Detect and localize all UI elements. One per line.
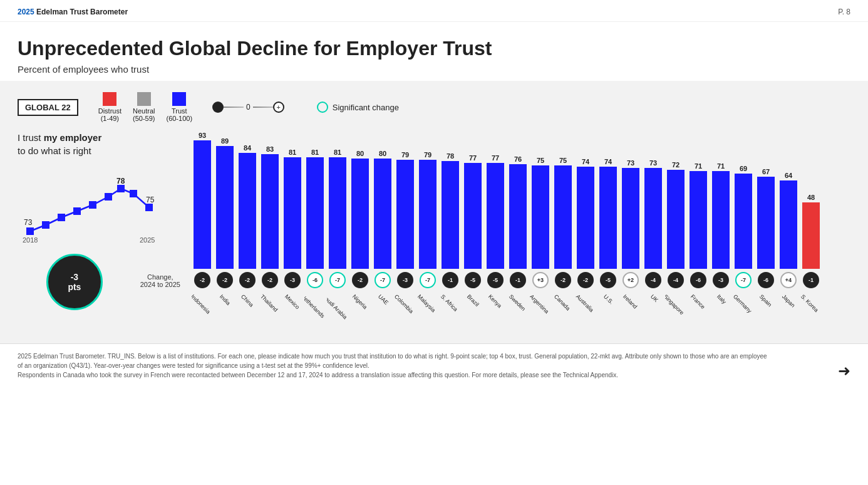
- change-dot-wrapper: -1: [440, 272, 461, 288]
- change-dot-wrapper: -2: [575, 272, 596, 288]
- change-dot-wrapper: -4: [643, 272, 664, 288]
- change-dot: -1: [803, 272, 819, 288]
- scale-left-dot: [212, 102, 224, 113]
- footer-line2: Respondents in Canada who took the surve…: [18, 370, 769, 380]
- bar: [464, 163, 482, 269]
- bar-col: 80: [372, 150, 393, 269]
- country-label: Japan: [778, 291, 799, 335]
- footer-line1: 2025 Edelman Trust Barometer. TRU_INS. B…: [18, 352, 769, 370]
- title-section: Unprecedented Global Decline for Employe…: [0, 22, 868, 81]
- change-label: Change,2024 to 2025: [140, 273, 180, 288]
- change-dot-wrapper: -2: [259, 272, 281, 288]
- bar: [442, 161, 459, 269]
- change-dot-wrapper: -7: [733, 272, 754, 288]
- bar-col: 75: [530, 157, 551, 269]
- bar: [374, 159, 391, 269]
- trust-statement: I trust my employerto do what is right: [18, 131, 180, 157]
- bar: [509, 164, 527, 269]
- country-label: Canada: [552, 291, 574, 335]
- change-dot-wrapper: -3: [710, 272, 731, 288]
- distrust-label: Distrust (1-49): [98, 107, 121, 122]
- change-dot: -3: [397, 272, 413, 288]
- change-unit: pts: [68, 282, 81, 292]
- country-label: Mexico: [282, 291, 303, 335]
- bar-value: 75: [537, 157, 544, 164]
- change-dot: -7: [375, 272, 391, 288]
- change-dot-wrapper: +2: [620, 272, 641, 288]
- country-label: France: [688, 291, 709, 335]
- legend-trust: Trust (60-100): [166, 92, 192, 122]
- bar-value: 74: [604, 158, 612, 165]
- bar-value: 64: [785, 172, 792, 179]
- bar: [802, 202, 820, 269]
- sig-circle: [317, 102, 328, 113]
- bar-col: 83: [259, 145, 281, 269]
- bar-col: 81: [304, 149, 326, 269]
- change-dot-wrapper: -2: [349, 272, 371, 288]
- country-label: UAE: [372, 291, 393, 335]
- svg-rect-1: [42, 221, 49, 229]
- country-label: Argentina: [530, 291, 551, 335]
- bar-col: 73: [620, 159, 641, 269]
- main-title: Unprecedented Global Decline for Employe…: [18, 37, 850, 60]
- change-dot-wrapper: -6: [688, 272, 709, 288]
- country-label: Kenya: [485, 291, 506, 335]
- scale: 0 +: [212, 102, 284, 113]
- bar: [419, 160, 437, 269]
- bar: [690, 171, 707, 269]
- header: 2025 Edelman Trust Barometer P. 8: [0, 0, 868, 22]
- bar-value: 74: [582, 158, 589, 165]
- bar-col: 81: [282, 149, 303, 269]
- bar-value: 73: [627, 159, 634, 167]
- change-dot-wrapper: -5: [597, 272, 619, 288]
- sig-change-label: Significant change: [333, 103, 399, 112]
- bar-col: 77: [462, 154, 483, 269]
- change-value: -3: [71, 272, 78, 282]
- change-dot: -5: [600, 272, 616, 288]
- bar: [216, 146, 234, 269]
- country-label: Italy: [710, 291, 731, 335]
- country-label: U.S.: [597, 291, 619, 335]
- legend-neutral: Neutral (50-59): [133, 92, 155, 122]
- svg-rect-7: [130, 190, 137, 197]
- bar: [735, 174, 752, 269]
- bar-col: 73: [643, 159, 664, 269]
- svg-text:75: 75: [146, 196, 155, 204]
- change-dot-wrapper: -2: [552, 272, 574, 288]
- bar-value: 69: [740, 165, 747, 172]
- scale-connector: [224, 107, 244, 108]
- svg-text:78: 78: [116, 177, 125, 185]
- bar-value: 76: [514, 155, 522, 163]
- change-dot: -5: [487, 272, 504, 288]
- bar-value: 71: [695, 162, 702, 170]
- bar-value: 93: [199, 132, 206, 139]
- country-label: Thailand: [259, 291, 281, 335]
- country-label: China: [237, 291, 258, 335]
- change-dot-wrapper: -5: [485, 272, 506, 288]
- bar: [487, 163, 504, 269]
- change-dot: -7: [735, 272, 752, 288]
- next-arrow-icon[interactable]: ➜: [838, 362, 850, 380]
- bar: [284, 157, 301, 269]
- bar-col: 75: [552, 157, 574, 269]
- bar-col: 64: [778, 172, 799, 269]
- bar-value: 81: [334, 149, 341, 156]
- chart-section: GLOBAL 22 Distrust (1-49) Neutral (50-59…: [0, 81, 868, 343]
- bar-col: 74: [597, 158, 619, 269]
- footer: 2025 Edelman Trust Barometer. TRU_INS. B…: [0, 343, 868, 386]
- bar: [757, 177, 775, 269]
- change-dot: +4: [780, 272, 797, 288]
- bar-col: 76: [507, 155, 529, 269]
- change-dot: -3: [713, 272, 729, 288]
- change-dot-wrapper: -2: [237, 272, 258, 288]
- country-label: Indonesia: [192, 291, 213, 335]
- svg-rect-3: [73, 207, 81, 215]
- page-number: P. 8: [838, 8, 850, 16]
- bar-col: 93: [192, 132, 213, 269]
- svg-rect-8: [145, 204, 153, 211]
- change-dot: -6: [307, 272, 323, 288]
- bar-col: 71: [710, 162, 731, 269]
- bar-col: 77: [485, 154, 506, 269]
- bar-col: 89: [214, 137, 235, 269]
- bar-col: 69: [733, 165, 754, 269]
